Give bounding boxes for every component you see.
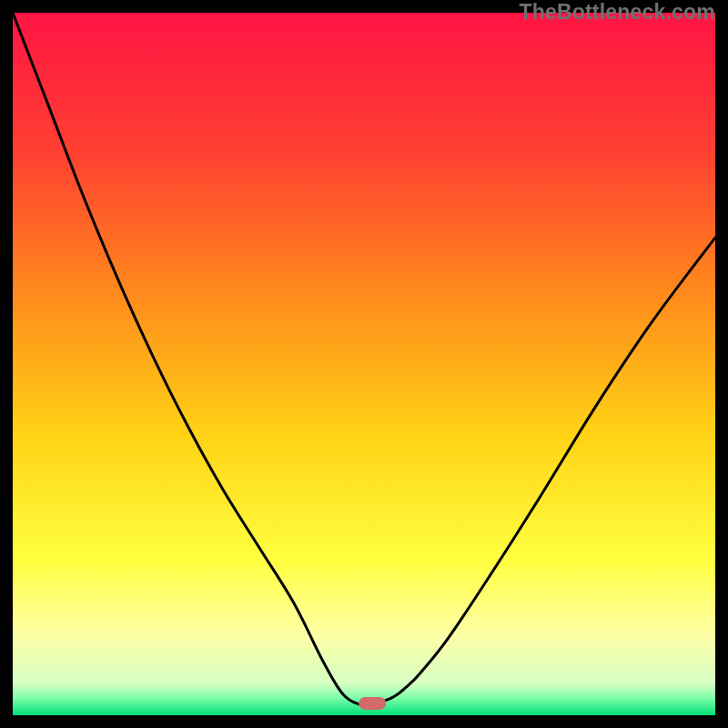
plot-svg xyxy=(13,13,715,715)
optimal-marker xyxy=(359,697,386,710)
gradient-background xyxy=(13,13,715,715)
plot-area xyxy=(13,13,715,715)
watermark-text: TheBottleneck.com xyxy=(519,0,715,25)
chart-frame: TheBottleneck.com xyxy=(0,0,728,728)
